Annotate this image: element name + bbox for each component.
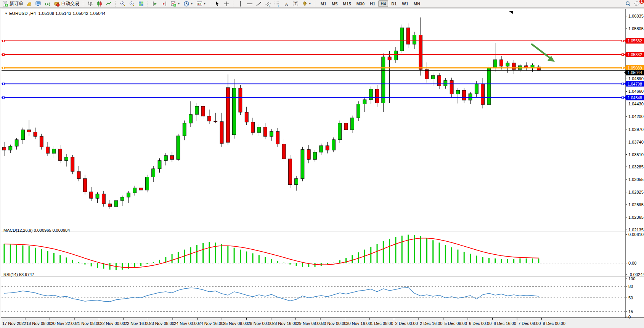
fibonacci-icon: F: [274, 1, 280, 7]
autotrade-icon: [54, 1, 60, 7]
toolbar-button-indicators[interactable]: ▼: [195, 0, 208, 7]
toolbar-button-trendline[interactable]: [254, 0, 263, 7]
collapse-arrow-icon[interactable]: ▼: [5, 12, 8, 15]
date-tick-label: 6 Dec 00:00: [469, 321, 491, 326]
toolbar-button-tile-windows[interactable]: [137, 0, 146, 7]
line-chart-icon: [106, 1, 112, 7]
toolbar-button-arrows[interactable]: ▼: [300, 0, 313, 7]
timeframe-button-H4[interactable]: H4: [378, 0, 388, 7]
toolbar-button-vline[interactable]: [236, 0, 245, 7]
toolbar-button-crosshair[interactable]: [222, 0, 231, 7]
line-handle[interactable]: [3, 83, 5, 85]
date-tick-label: 22 Nov 16:00: [125, 321, 149, 326]
rsi-scale-label: 0: [628, 315, 631, 319]
new-order-icon: [2, 1, 8, 7]
svg-text:1.05332: 1.05332: [628, 52, 642, 57]
chart-title: ▼EURUSD-,H4 1.05108 1.05143 1.05042 1.05…: [5, 11, 105, 16]
toolbar-button-fibonacci[interactable]: F: [273, 0, 282, 7]
toolbar-button-zoom-in[interactable]: [118, 0, 127, 7]
tile-windows-icon: [138, 1, 144, 7]
toolbar-button-channel[interactable]: E: [263, 0, 273, 7]
chart-shift-icon: [161, 1, 167, 7]
toolbar-button-line-chart[interactable]: [104, 0, 113, 7]
chevron-down-icon[interactable]: ▼: [203, 2, 206, 5]
rsi-scale-label: 15: [628, 309, 633, 314]
timeframe-button-MN[interactable]: MN: [411, 0, 422, 7]
toolbar-button-terminal[interactable]: [34, 0, 43, 7]
cursor-icon: [214, 1, 220, 7]
rsi-scale-label: 50: [628, 296, 633, 300]
toolbar-group-trade: 新订单自动交易: [1, 0, 81, 8]
chevron-down-icon[interactable]: ▼: [190, 2, 193, 5]
line-handle[interactable]: [3, 53, 5, 55]
timeframe-button-D1[interactable]: D1: [389, 0, 399, 7]
toolbar-button-search[interactable]: [623, 0, 633, 7]
macd-scale-label: 0.006108: [628, 232, 644, 237]
chevron-down-icon[interactable]: ▼: [177, 2, 180, 5]
timeframe-button-M30[interactable]: M30: [354, 0, 367, 7]
chart-canvas[interactable]: 1.060351.058051.048901.046601.044301.042…: [1, 8, 644, 328]
price-tick-label: 1.04890: [628, 76, 644, 81]
price-tick-label: 1.02595: [628, 202, 644, 207]
price-tick-label: 1.04200: [628, 114, 644, 119]
toolbar-separator: [233, 1, 235, 7]
line-handle[interactable]: [622, 53, 624, 55]
toolbar-button-zoom-out[interactable]: [127, 0, 137, 7]
line-handle[interactable]: [622, 83, 624, 85]
timeframe-button-W1[interactable]: W1: [400, 0, 411, 7]
toolbar-button-autotrade[interactable]: 自动交易: [52, 0, 81, 7]
toolbar-button-hline[interactable]: [245, 0, 254, 7]
mt4-application: 新订单自动交易▼▼▼EFAT▼M1M5M15M30H1H4D1W1MN1 1.0…: [0, 0, 644, 328]
period-icon: [183, 1, 190, 7]
channel-icon: E: [265, 1, 271, 7]
svg-text:1.05582: 1.05582: [628, 39, 642, 43]
toolbar-button-auto-scroll[interactable]: [151, 0, 160, 7]
price-tick-label: 1.03510: [628, 152, 644, 157]
timeframe-button-M15[interactable]: M15: [340, 0, 353, 7]
svg-text:1.04798: 1.04798: [628, 82, 642, 86]
line-handle[interactable]: [622, 67, 624, 69]
line-handle[interactable]: [3, 67, 5, 69]
timeframe-button-M5[interactable]: M5: [329, 0, 340, 7]
price-tick-label: 1.03285: [628, 165, 644, 169]
price-tick-label: 1.03970: [628, 127, 644, 132]
toolbar-button-chat[interactable]: 1: [633, 0, 642, 7]
zoom-out-icon: [129, 1, 135, 7]
price-tick-label: 1.02365: [628, 215, 644, 220]
notification-badge: 1: [639, 0, 644, 4]
toolbar-button-text-label[interactable]: T: [291, 0, 300, 7]
toolbar-button-text[interactable]: A: [282, 0, 291, 7]
price-tick-label: 1.02825: [628, 190, 644, 194]
line-handle[interactable]: [3, 40, 5, 42]
date-tick-label: 2 Dec 16:00: [420, 321, 442, 326]
date-tick-label: 23 Nov 08:00: [149, 321, 174, 326]
line-handle[interactable]: [622, 97, 624, 99]
toolbar-button-chart-shift[interactable]: [160, 0, 169, 7]
toolbar-button-new-order[interactable]: 新订单: [1, 0, 25, 7]
toolbar-group-pointer: [213, 0, 231, 8]
chart-ohlc-values: 1.05108 1.05143 1.05042 1.05044: [39, 11, 106, 16]
toolbar-button-period[interactable]: ▼: [182, 0, 195, 7]
bar-chart-icon: [87, 1, 93, 7]
new-chart-icon: [170, 1, 177, 7]
chevron-down-icon[interactable]: ▼: [308, 2, 312, 5]
toolbar-button-new-chart[interactable]: ▼: [169, 0, 182, 7]
toolbar-button-cursor[interactable]: [213, 0, 222, 7]
price-badge-resistance-1: 1.05582: [624, 38, 644, 44]
toolbar-button-bar-chart[interactable]: [86, 0, 95, 7]
timeframe-button-M1[interactable]: M1: [318, 0, 329, 7]
date-tick-label: 22 Nov 00:00: [100, 321, 125, 326]
toolbar-button-candlestick[interactable]: [95, 0, 104, 7]
auto-scroll-icon: [152, 1, 158, 7]
price-tick-label: 1.03740: [628, 140, 644, 144]
toolbar-separator: [148, 1, 149, 7]
timeframe-button-H1[interactable]: H1: [368, 0, 377, 7]
line-handle[interactable]: [3, 97, 5, 99]
price-tick-label: 1.04660: [628, 89, 644, 94]
date-tick-label: 2 Dec 00:00: [395, 321, 418, 326]
toolbar-button-signal[interactable]: [43, 0, 52, 7]
toolbar-right: 1: [623, 0, 642, 8]
toolbar-button-label: 新订单: [10, 0, 23, 7]
line-handle[interactable]: [622, 40, 624, 42]
toolbar-button-gold[interactable]: [25, 0, 34, 7]
